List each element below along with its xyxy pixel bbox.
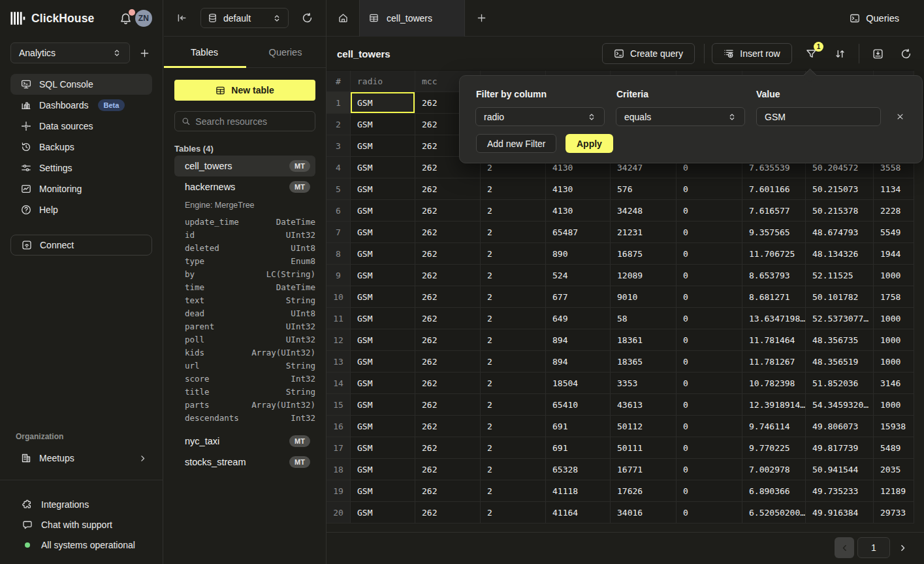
grid-cell[interactable]: 17626 [611, 480, 677, 501]
grid-cell[interactable]: 262 [415, 480, 481, 501]
grid-cell[interactable]: 0 [677, 459, 742, 480]
insert-row-button[interactable]: Insert row [712, 43, 792, 64]
grid-cell[interactable]: 1000 [874, 351, 914, 372]
grid-cell[interactable]: 262 [415, 222, 481, 242]
grid-cell[interactable]: GSM [351, 373, 415, 393]
grid-cell[interactable]: 691 [546, 437, 611, 458]
grid-cell[interactable]: 262 [415, 459, 481, 480]
grid-cell[interactable]: 2 [481, 502, 546, 523]
avatar[interactable]: ZN [135, 10, 152, 27]
grid-cell[interactable]: 5549 [874, 222, 914, 242]
search-resources-input[interactable] [195, 116, 308, 127]
grid-cell[interactable]: GSM [351, 243, 415, 264]
grid-cell[interactable]: 9.770225 [742, 437, 806, 458]
grid-cell[interactable]: 2 [481, 243, 546, 264]
create-query-button[interactable]: Create query [602, 43, 695, 64]
tab-cell-towers[interactable]: cell_towers [359, 0, 465, 37]
grid-cell[interactable]: 8.653793 [742, 265, 806, 286]
grid-cell[interactable]: 0 [677, 329, 742, 350]
grid-cell[interactable]: 4130 [546, 178, 611, 199]
grid-cell[interactable]: 0 [677, 178, 742, 199]
grid-cell[interactable]: GSM [351, 308, 415, 329]
grid-cell[interactable]: 649 [546, 308, 611, 329]
tab-queries[interactable]: Queries [245, 37, 326, 67]
database-selector[interactable]: default [200, 8, 289, 28]
grid-cell[interactable]: 262 [415, 243, 481, 264]
criteria-select[interactable]: equals [616, 107, 745, 126]
grid-cell[interactable]: 2 [481, 394, 546, 415]
grid-cell[interactable]: 3353 [611, 373, 677, 393]
grid-cell[interactable]: GSM [351, 351, 415, 372]
grid-cell[interactable]: 2 [481, 351, 546, 372]
grid-cell[interactable]: 1134 [874, 178, 914, 199]
grid-cell[interactable]: 0 [677, 416, 742, 437]
grid-cell[interactable]: 5489 [874, 437, 914, 458]
grid-cell[interactable]: 18361 [611, 329, 677, 350]
grid-cell[interactable]: 1000 [874, 265, 914, 286]
grid-cell[interactable]: 34248 [611, 200, 677, 221]
export-button[interactable] [870, 46, 885, 61]
connect-button[interactable]: Connect [10, 235, 152, 256]
filter-column-select[interactable]: radio [475, 107, 605, 126]
grid-cell[interactable]: 2 [481, 265, 546, 286]
grid-cell[interactable]: 48.674793 [806, 222, 874, 242]
grid-cell[interactable]: 50.215378 [806, 200, 874, 221]
grid-cell[interactable]: 1000 [874, 308, 914, 329]
sidebar-item-dashboards[interactable]: DashboardsBeta [10, 95, 152, 116]
grid-cell[interactable]: 65410 [546, 394, 611, 415]
sort-button[interactable] [832, 46, 848, 61]
grid-cell[interactable]: 0 [677, 222, 742, 242]
sidebar-item-monitoring[interactable]: Monitoring [10, 178, 152, 199]
grid-cell[interactable]: 2 [481, 200, 546, 221]
notifications-button[interactable] [118, 10, 133, 26]
grid-cell[interactable]: 262 [415, 308, 481, 329]
grid-cell[interactable]: GSM [351, 480, 415, 501]
grid-cell[interactable]: GSM [351, 265, 415, 286]
grid-cell[interactable]: 2 [481, 178, 546, 199]
grid-cell[interactable]: GSM [351, 222, 415, 242]
grid-cell[interactable]: 12189 [874, 480, 914, 501]
grid-cell[interactable]: 262 [415, 286, 481, 307]
grid-cell[interactable]: 1000 [874, 329, 914, 350]
sidebar-item-meetups[interactable]: Meetups [10, 448, 152, 469]
grid-cell[interactable]: 2 [481, 480, 546, 501]
service-selector[interactable]: Analytics [10, 42, 130, 63]
grid-cell[interactable]: 262 [415, 200, 481, 221]
grid-cell[interactable]: 18504 [546, 373, 611, 393]
grid-cell[interactable]: 0 [677, 265, 742, 286]
grid-cell[interactable]: 11.781464 [742, 329, 806, 350]
grid-cell[interactable]: 49.806073 [806, 416, 874, 437]
grid-cell[interactable]: 50.215073 [806, 178, 874, 199]
refresh-table-button[interactable] [898, 46, 914, 61]
grid-cell[interactable]: 691 [546, 416, 611, 437]
grid-cell[interactable]: 29733 [874, 502, 914, 523]
grid-cell[interactable]: 50.941544 [806, 459, 874, 480]
grid-cell[interactable]: 51.852036 [806, 373, 874, 393]
grid-cell[interactable]: GSM [351, 437, 415, 458]
grid-cell[interactable]: 6.52050200… [742, 502, 806, 523]
grid-cell[interactable]: GSM [351, 114, 415, 135]
new-table-button[interactable]: New table [174, 80, 315, 101]
grid-cell[interactable]: 262 [415, 178, 481, 199]
grid-cell[interactable]: 9.357565 [742, 222, 806, 242]
grid-cell[interactable]: 3146 [874, 373, 914, 393]
grid-cell[interactable]: 52.11525 [806, 265, 874, 286]
grid-cell[interactable]: 1944 [874, 243, 914, 264]
grid-cell[interactable]: 21231 [611, 222, 677, 242]
grid-cell[interactable]: 65328 [546, 459, 611, 480]
grid-cell[interactable]: 0 [677, 437, 742, 458]
grid-cell[interactable]: 2 [481, 373, 546, 393]
grid-cell[interactable]: 0 [677, 502, 742, 523]
grid-cell[interactable]: 12.3918914… [742, 394, 806, 415]
grid-cell[interactable]: 0 [677, 200, 742, 221]
grid-cell[interactable]: 262 [415, 265, 481, 286]
grid-cell[interactable]: 0 [677, 308, 742, 329]
grid-cell[interactable]: 50112 [611, 416, 677, 437]
grid-cell[interactable]: 48.134326 [806, 243, 874, 264]
grid-cell[interactable]: 2 [481, 329, 546, 350]
grid-cell[interactable]: 894 [546, 351, 611, 372]
grid-cell[interactable]: GSM [351, 394, 415, 415]
add-new-filter-button[interactable]: Add new Filter [476, 134, 556, 153]
grid-cell[interactable]: 1758 [874, 286, 914, 307]
grid-cell[interactable]: 65487 [546, 222, 611, 242]
